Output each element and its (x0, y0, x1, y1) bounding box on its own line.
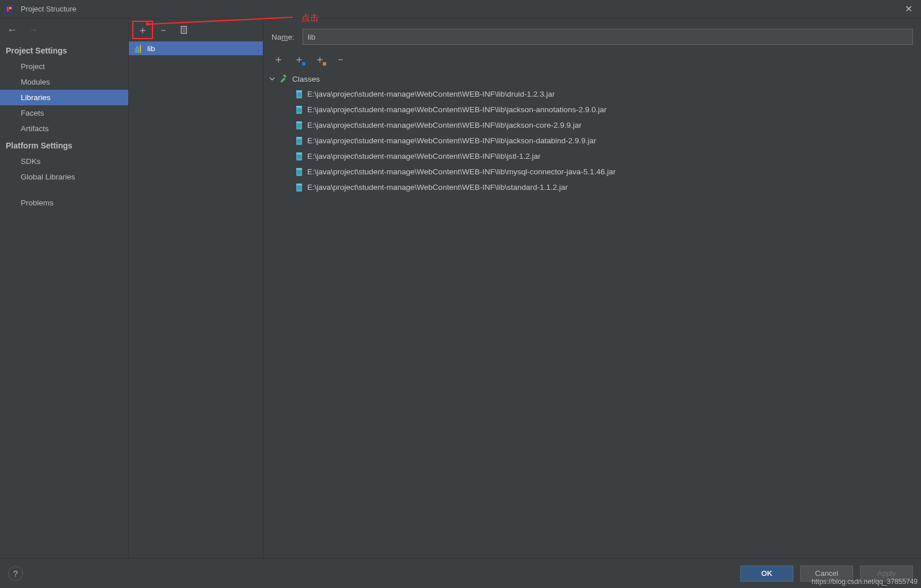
help-icon[interactable]: ? (8, 566, 23, 581)
remove-library-button[interactable]: － (153, 21, 174, 39)
library-toolbar: ＋ － (129, 18, 263, 41)
jar-icon (296, 105, 303, 114)
close-icon[interactable]: ✕ (900, 1, 916, 17)
window-title: Project Structure (21, 5, 77, 13)
detail-panel: Name: ＋ ＋ ＋ － Classes E:\java\project\st… (263, 18, 921, 558)
classes-tree: Classes E:\java\project\student-manage\W… (263, 69, 921, 197)
add-library-button[interactable]: ＋ (132, 21, 153, 39)
jar-file-row[interactable]: E:\java\project\student-manage\WebConten… (296, 180, 916, 195)
jar-path: E:\java\project\student-manage\WebConten… (307, 90, 555, 98)
jar-path: E:\java\project\student-manage\WebConten… (307, 105, 607, 114)
jar-path: E:\java\project\student-manage\WebConten… (307, 152, 541, 161)
sidebar-item-project[interactable]: Project (0, 59, 128, 74)
jar-icon (296, 183, 303, 192)
library-list: lib (129, 41, 263, 558)
svg-rect-11 (296, 90, 302, 92)
chevron-down-icon[interactable] (268, 76, 276, 82)
ok-button[interactable]: OK (740, 566, 793, 582)
jar-file-row[interactable]: E:\java\project\student-manage\WebConten… (296, 102, 916, 117)
svg-rect-2 (9, 7, 12, 9)
jar-path: E:\java\project\student-manage\WebConten… (307, 167, 616, 176)
add-excluded-button[interactable]: ＋ (309, 50, 330, 68)
add-item-button[interactable]: ＋ (268, 50, 289, 68)
jar-file-row[interactable]: E:\java\project\student-manage\WebConten… (296, 164, 916, 180)
sidebar-item-global-libraries[interactable]: Global Libraries (0, 169, 128, 185)
remove-item-button[interactable]: － (330, 50, 351, 68)
jar-icon (296, 90, 303, 99)
jar-path: E:\java\project\student-manage\WebConten… (307, 121, 582, 129)
nav-arrows: ← → (0, 18, 128, 41)
name-row: Name: (263, 18, 921, 49)
sidebar-item-problems[interactable]: Problems (0, 195, 128, 211)
jar-icon (296, 121, 303, 130)
section-project-settings: Project Settings (0, 41, 128, 59)
section-platform-settings: Platform Settings (0, 136, 128, 154)
classes-children: E:\java\project\student-manage\WebConten… (268, 86, 916, 195)
svg-rect-27 (296, 152, 302, 154)
sidebar-item-modules[interactable]: Modules (0, 74, 128, 90)
svg-rect-19 (296, 121, 302, 123)
jar-icon (296, 167, 303, 177)
hammer-icon (280, 74, 289, 83)
name-label: Name: (272, 33, 295, 41)
svg-rect-1 (7, 7, 9, 12)
jar-file-row[interactable]: E:\java\project\student-manage\WebConten… (296, 148, 916, 164)
jar-icon (296, 152, 303, 161)
apply-button: Apply (860, 566, 913, 582)
sidebar-item-artifacts[interactable]: Artifacts (0, 121, 128, 136)
content: ← → Project Settings Project Modules Lib… (0, 18, 921, 558)
library-name-input[interactable] (303, 29, 913, 45)
add-url-button[interactable]: ＋ (289, 50, 309, 68)
footer: ? OK Cancel Apply https://blog.csdn.net/… (0, 558, 921, 588)
sidebar-item-facets[interactable]: Facets (0, 105, 128, 121)
library-list-panel: ＋ － lib (129, 18, 263, 558)
jar-file-row[interactable]: E:\java\project\student-manage\WebConten… (296, 117, 916, 133)
svg-rect-15 (296, 106, 302, 108)
classes-root[interactable]: Classes (268, 71, 916, 86)
jar-file-row[interactable]: E:\java\project\student-manage\WebConten… (296, 86, 916, 102)
sidebar: ← → Project Settings Project Modules Lib… (0, 18, 129, 558)
svg-rect-31 (296, 168, 302, 170)
svg-rect-23 (296, 137, 302, 139)
svg-rect-9 (281, 78, 285, 82)
library-icon (135, 44, 144, 53)
jar-icon (296, 136, 303, 146)
library-item-label: lib (147, 44, 155, 53)
sidebar-item-libraries[interactable]: Libraries (0, 90, 128, 105)
library-item-lib[interactable]: lib (129, 41, 263, 55)
classes-label: Classes (292, 75, 320, 83)
detail-toolbar: ＋ ＋ ＋ － (263, 49, 921, 69)
sidebar-item-sdks[interactable]: SDKs (0, 154, 128, 169)
jar-path: E:\java\project\student-manage\WebConten… (307, 136, 597, 145)
svg-rect-35 (296, 184, 302, 185)
forward-icon: → (28, 24, 38, 36)
copy-library-button[interactable] (174, 21, 194, 39)
app-icon (5, 5, 14, 14)
cancel-button[interactable]: Cancel (800, 566, 853, 582)
jar-path: E:\java\project\student-manage\WebConten… (307, 183, 568, 192)
titlebar: Project Structure ✕ (0, 0, 921, 18)
back-icon[interactable]: ← (7, 24, 17, 36)
jar-file-row[interactable]: E:\java\project\student-manage\WebConten… (296, 133, 916, 148)
